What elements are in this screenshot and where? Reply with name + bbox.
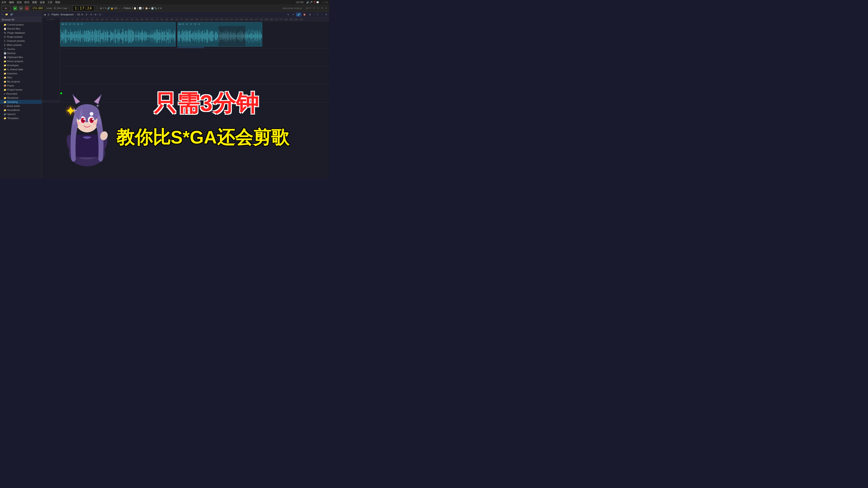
toolbar-icons[interactable]: ⊞ ↗ ✎ 🔗 🔒 ≡列 ← → Pattern 1 📋 ≡ 📊 🎚 🏠 ➡ 💾…: [100, 7, 162, 10]
sidebar-item-channel-presets[interactable]: 🎚Channel presets: [0, 39, 41, 43]
timeline-num-153: 153: [249, 18, 254, 21]
sidebar-item-label: Recorded: [6, 92, 17, 95]
sidebar-item-icon: 📁: [4, 68, 6, 71]
sidebar-item-sliced-audio[interactable]: ✂Sliced audio: [0, 104, 41, 108]
sidebar-item-icon: 📁: [4, 89, 6, 91]
timeline-num-149: 149: [244, 18, 249, 21]
sidebar-add-btn[interactable]: +: [1, 13, 4, 16]
playlist-area[interactable]: Z-CROSS 15913172125293337414549535761656…: [42, 18, 329, 178]
track-2-content[interactable]: [60, 48, 329, 66]
time-display: 1:17:24: [72, 6, 94, 11]
track-3-content[interactable]: [60, 66, 329, 84]
tool-mute[interactable]: 🔇: [302, 13, 307, 16]
stop-button[interactable]: ■: [19, 6, 23, 10]
sidebar-item-il-shared-data[interactable]: 📁IL shared data: [0, 67, 41, 71]
timeline-num-93: 93: [174, 18, 179, 21]
channel-rack-icon[interactable]: ⊞: [48, 13, 50, 16]
play-button[interactable]: ▶: [13, 6, 17, 10]
record-button[interactable]: ●: [25, 6, 29, 10]
sidebar-item-icon: 📁: [4, 72, 6, 75]
sidebar-item-packs[interactable]: 📦Packs: [0, 84, 41, 88]
timeline-num-73: 73: [149, 18, 154, 21]
sidebar-item-my-projects[interactable]: 📁My projects: [0, 79, 41, 84]
sidebar-item-recent-files[interactable]: 📋Recent files: [0, 27, 41, 31]
timeline-num-141: 141: [234, 18, 239, 21]
sidebar-item-envelopes[interactable]: 📁Envelopes: [0, 63, 41, 67]
sidebar-item-misc[interactable]: 📁Misc: [0, 75, 41, 79]
menu-item-add[interactable]: 添加: [17, 1, 22, 4]
toolbar-nav-prev[interactable]: ◀: [43, 13, 47, 16]
sidebar-item-project-bones[interactable]: 📁Project bones: [0, 88, 41, 92]
timeline-num-45: 45: [115, 18, 120, 21]
main-layout: + 📁 🔊 Browser All 📁Current project📋Recen…: [0, 12, 329, 178]
zoom-in[interactable]: +: [316, 13, 319, 16]
timeline-num-9: 9: [70, 18, 75, 21]
timeline-num-121: 121: [209, 18, 214, 21]
tool-draw[interactable]: ✎: [286, 13, 290, 16]
sidebar-item-label: Misc: [7, 76, 12, 79]
menu-item-tools[interactable]: 工具: [48, 1, 53, 4]
sidebar-item-speech[interactable]: 🔊Speech: [0, 112, 41, 116]
sidebar-item-current-project[interactable]: 📁Current project: [0, 23, 41, 27]
tool-select[interactable]: ↗: [291, 13, 295, 16]
sidebar-item-plugin-presets[interactable]: 🎛Plugin presets: [0, 35, 41, 39]
timeline-num-117: 117: [204, 18, 209, 21]
tool-slip[interactable]: ⊡: [308, 13, 312, 16]
tool-link[interactable]: 🔗: [296, 13, 301, 16]
sidebar-item-rendered[interactable]: 📁Rendered: [0, 96, 41, 100]
timeline-num-69: 69: [145, 18, 149, 21]
timeline-num-5: 5: [65, 18, 70, 21]
sidebar-item-label: Packs: [7, 84, 14, 87]
sidebar-item-scores[interactable]: 🎵Scores: [0, 47, 41, 51]
zoom-out[interactable]: -: [320, 13, 323, 16]
timeline-num-101: 101: [184, 18, 189, 21]
sidebar-item-icon: 📁: [4, 60, 6, 63]
track-1-content[interactable]: 15. サ・ク・ラ・サ・ク15. サ・ク・ラ・サ・クx 15. サ・ク・ラ・サ・…: [60, 21, 329, 48]
sidebar-item-icon: 📁: [4, 80, 6, 83]
waveform-block-2[interactable]: 15. サ・ク・ラ・サ・ク: [178, 22, 262, 46]
sidebar-item-recorded[interactable]: ⊕Recorded: [0, 92, 41, 96]
menu-item-help[interactable]: 帮助: [55, 1, 60, 4]
sidebar-item-sampling[interactable]: 📁Sampling: [0, 100, 41, 104]
sidebar-item-backup[interactable]: 💾Backup: [0, 51, 41, 55]
timeline-num-65: 65: [140, 18, 145, 21]
waveform-block-1[interactable]: 15. サ・ク・ラ・サ・ク: [60, 22, 176, 46]
sidebar-item-label: Current project: [7, 23, 24, 26]
menu-item-options[interactable]: 选项: [40, 1, 45, 4]
track-4-content[interactable]: [60, 85, 329, 102]
sidebar-item-soundfonts[interactable]: 📁Soundfonts: [0, 108, 41, 112]
elapsed-time: 59:01:00 for 73:00:12: [283, 7, 302, 9]
timeline-num-97: 97: [179, 18, 184, 21]
sidebar-speaker-btn[interactable]: 🔊: [9, 13, 13, 16]
menu-item-file[interactable]: 文件: [1, 1, 6, 4]
menu-item-style[interactable]: 样式: [24, 1, 29, 4]
sidebar-items[interactable]: 📁Current project📋Recent files🔌Plugin dat…: [0, 22, 41, 178]
timeline-num-37: 37: [105, 18, 110, 21]
sidebar-item-label: IL shared data: [7, 68, 23, 71]
timeline-numbers: 1591317212529333741454953576165697377818…: [60, 18, 304, 21]
timeline-num-137: 137: [229, 18, 234, 21]
menu-item-edit[interactable]: 编辑: [9, 1, 14, 4]
timeline-num-181: 181: [284, 18, 289, 21]
sidebar-item-plugin-database[interactable]: 🔌Plugin database: [0, 31, 41, 35]
sidebar-item-demo-projects[interactable]: 📁Demo projects: [0, 59, 41, 63]
bpm-display[interactable]: 174.000: [31, 6, 44, 10]
sidebar-item-label: Soundfonts: [7, 109, 20, 111]
sidebar-folder-btn[interactable]: 📁: [4, 13, 8, 16]
sidebar-title: Browser All: [2, 18, 14, 21]
sidebar-item-label: My projects: [7, 80, 20, 83]
sidebar-item-icon: 📋: [4, 28, 6, 30]
sidebar-item-impulses[interactable]: 📁Impulses: [0, 71, 41, 75]
sidebar-item-templates[interactable]: 📁Templates: [0, 116, 41, 120]
sidebar-item-mixer-presets[interactable]: 🎛Mixer presets: [0, 43, 41, 47]
timeline-num-157: 157: [254, 18, 259, 21]
sidebar-item-clipboard-files[interactable]: 📋Clipboard files: [0, 55, 41, 59]
sidebar-item-icon: 🎛: [4, 36, 6, 38]
sidebar-item-label: Speech: [7, 113, 16, 116]
menu-item-view[interactable]: 视图: [32, 1, 37, 4]
timeline-num-105: 105: [189, 18, 194, 21]
timeline-num-129: 129: [219, 18, 224, 21]
sidebar-item-label: Plugin database: [7, 31, 25, 34]
sidebar-item-icon: 📁: [4, 109, 6, 111]
close-playlist[interactable]: ✕: [324, 13, 328, 16]
